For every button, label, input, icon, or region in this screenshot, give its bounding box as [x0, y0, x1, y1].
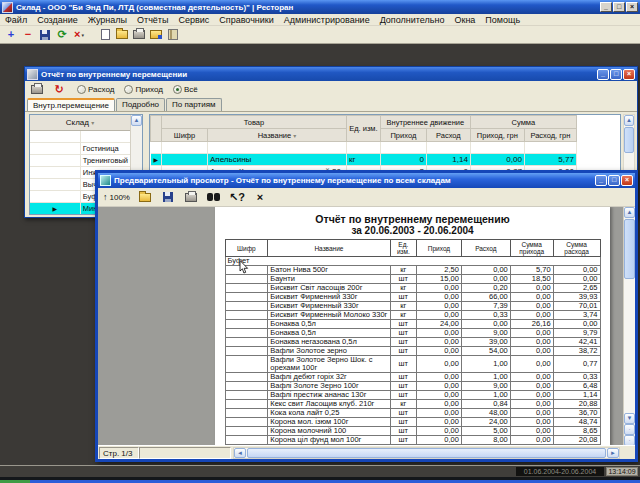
menu-item-Администрирование[interactable]: Администрирование [279, 14, 375, 25]
doc-unit: кг [390, 266, 416, 275]
column-header-name[interactable]: Название ▾ [208, 129, 347, 142]
filter-radio-Приход[interactable]: Приход [124, 85, 163, 94]
warehouse-column-header[interactable]: Склад ▾ [30, 115, 131, 131]
delete-button[interactable]: ×▾ [71, 27, 87, 42]
doc-name: Вафли Золотое зерно [268, 347, 390, 356]
close-icon[interactable]: × [623, 69, 635, 80]
preview-horizontal-scrollbar[interactable]: ◄ ► [233, 447, 620, 459]
goods-cell [470, 142, 524, 154]
open-folder-button[interactable] [114, 27, 130, 42]
find-button[interactable] [206, 190, 222, 205]
scroll-up-icon[interactable]: ▲ [624, 207, 635, 218]
menu-item-Окна[interactable]: Окна [449, 14, 480, 25]
main-statusbar: 01.06.2004-20.06.2004 13:14:09 [0, 465, 640, 477]
close-icon[interactable]: × [626, 2, 638, 12]
report-window-titlebar[interactable]: Отчёт по внутреннему перемещении _ □ × [25, 67, 637, 81]
doc-column-header: Сумма прихода [510, 240, 553, 257]
minimize-icon[interactable]: _ [595, 175, 607, 186]
menu-item-Создание[interactable]: Создание [32, 14, 83, 25]
warehouse-row[interactable]: Гостиница [30, 143, 131, 155]
column-header-shifr[interactable]: Шифр [162, 129, 208, 142]
goods-row[interactable] [151, 142, 577, 154]
restore-icon[interactable]: □ [613, 2, 625, 12]
add-button[interactable]: + [3, 27, 19, 42]
save-button[interactable] [37, 27, 53, 42]
minimize-icon[interactable]: _ [597, 69, 609, 80]
open-folder-button[interactable] [137, 190, 153, 205]
column-header-prihod[interactable]: Приход [380, 129, 426, 142]
doc-value: 48,74 [553, 418, 600, 427]
preview-toolbar: ↑ 100% ↖?× [98, 188, 635, 207]
doc-unit: шт [390, 356, 416, 373]
zoom-control[interactable]: ↑ 100% [103, 190, 130, 205]
scroll-down-icon[interactable]: ▼ [624, 413, 635, 424]
column-header-rashod-grn[interactable]: Расход, грн [524, 129, 576, 142]
menu-item-Справочники[interactable]: Справочники [214, 14, 279, 25]
close-button[interactable]: × [252, 190, 268, 205]
document-page: Отчёт по внутреннему перемещению за 20.0… [215, 207, 610, 446]
menu-item-Дополнительно[interactable]: Дополнительно [375, 14, 450, 25]
close-icon[interactable]: × [621, 175, 633, 186]
doc-value: 0,84 [461, 400, 510, 409]
help-pointer-button[interactable]: ↖? [229, 190, 245, 205]
remove-button[interactable]: − [20, 27, 36, 42]
doc-value: 0,20 [461, 284, 510, 293]
print-settings-button[interactable] [131, 27, 147, 42]
tab-По партиям[interactable]: По партиям [166, 98, 221, 111]
scroll-right-icon[interactable]: ► [607, 448, 619, 458]
prev-page-icon[interactable]: · [624, 424, 635, 435]
tab-Подробно[interactable]: Подробно [116, 98, 165, 111]
minimize-icon[interactable]: _ [600, 2, 612, 12]
doc-value: 0,00 [417, 356, 462, 373]
doc-value: 20,08 [553, 436, 600, 445]
zoom-icon: ↑ [103, 193, 108, 202]
menu-item-Отчёты[interactable]: Отчёты [132, 14, 173, 25]
save-button[interactable] [160, 190, 176, 205]
scroll-up-icon[interactable]: ▲ [624, 115, 634, 126]
doc-value: 0,00 [417, 400, 462, 409]
menu-item-Журналы[interactable]: Журналы [83, 14, 132, 25]
goods-cell: 0 [380, 154, 426, 166]
filter-radio-Расход[interactable]: Расход [77, 85, 114, 94]
goods-row[interactable]: ▶Апельсиныкг01,140,005,77 [151, 154, 577, 166]
refresh-button[interactable]: ⟳ [54, 27, 70, 42]
maximize-icon[interactable]: □ [608, 175, 620, 186]
print-icon [31, 85, 43, 94]
scrollbar-thumb[interactable] [624, 127, 634, 153]
column-header-unit[interactable]: Ед. изм. [346, 116, 380, 142]
scrollbar-thumb[interactable] [624, 219, 635, 279]
warehouse-row[interactable] [30, 131, 131, 143]
preview-vertical-scrollbar[interactable]: ▲ ▼ · · [623, 207, 635, 446]
doc-value: 0,00 [417, 418, 462, 427]
doc-shifr [225, 418, 268, 427]
mouse-cursor [239, 260, 249, 274]
journal-button[interactable] [165, 27, 181, 42]
doc-row: Вафли Золотое Зерно Шок. с орехами 100гш… [225, 356, 600, 373]
column-header-prihod-grn[interactable]: Приход, грн [470, 129, 524, 142]
scrollbar-thumb[interactable] [247, 448, 606, 458]
column-header-rashod[interactable]: Расход [426, 129, 470, 142]
row-marker-icon [30, 143, 80, 155]
print-button[interactable] [29, 82, 45, 97]
preview-window-titlebar[interactable]: Предварительный просмотр - Отчёт по внут… [98, 173, 635, 188]
doc-row: Вафлі дебют горіх 32гшт0,001,000,000,33 [225, 373, 600, 382]
refresh-button[interactable]: ↻ [51, 82, 67, 97]
doc-value: 0,00 [510, 400, 553, 409]
filter-radio-Всё[interactable]: Всё [173, 85, 198, 94]
report-window-icon [27, 69, 38, 80]
scroll-up-icon[interactable]: ▲ [131, 115, 142, 126]
warehouse-row[interactable]: Тренинговый центр [30, 155, 131, 167]
doc-unit: шт [390, 373, 416, 382]
new-document-button[interactable] [97, 27, 113, 42]
main-window-titlebar[interactable]: Склад - ООО "Би Энд Пи, ЛТД (совместная … [0, 0, 640, 14]
scroll-left-icon[interactable]: ◄ [234, 448, 246, 458]
export-button[interactable] [148, 27, 164, 42]
menu-item-Помощь[interactable]: Помощь [480, 14, 525, 25]
doc-value: 1,00 [461, 356, 510, 373]
maximize-icon[interactable]: □ [610, 69, 622, 80]
print-button[interactable] [183, 190, 199, 205]
menu-item-Сервис[interactable]: Сервис [173, 14, 214, 25]
tab-Внутр.перемещение[interactable]: Внутр.перемещение [27, 98, 115, 111]
menu-item-Файл[interactable]: Файл [0, 14, 32, 25]
status-time: 13:14:09 [606, 467, 638, 476]
